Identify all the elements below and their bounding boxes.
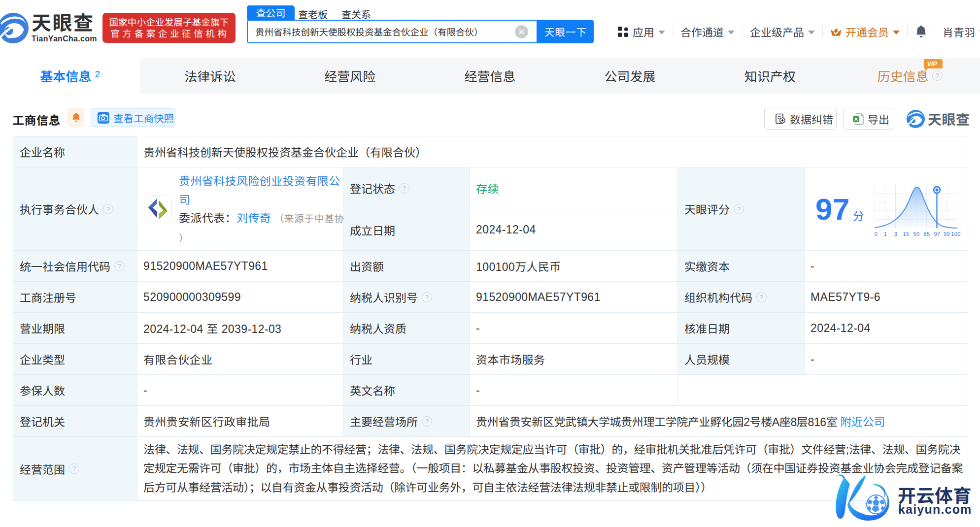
svg-text:1: 1 [884,231,887,237]
svg-text:50: 50 [913,231,919,237]
svg-text:85: 85 [923,231,930,237]
svg-text:15: 15 [903,231,909,237]
svg-text:3: 3 [894,231,898,237]
svg-text:VIP: VIP [927,61,937,67]
svg-text:0: 0 [875,231,878,237]
svg-text:99: 99 [944,231,950,237]
svg-text:100: 100 [951,231,961,237]
svg-text:97: 97 [934,231,940,237]
